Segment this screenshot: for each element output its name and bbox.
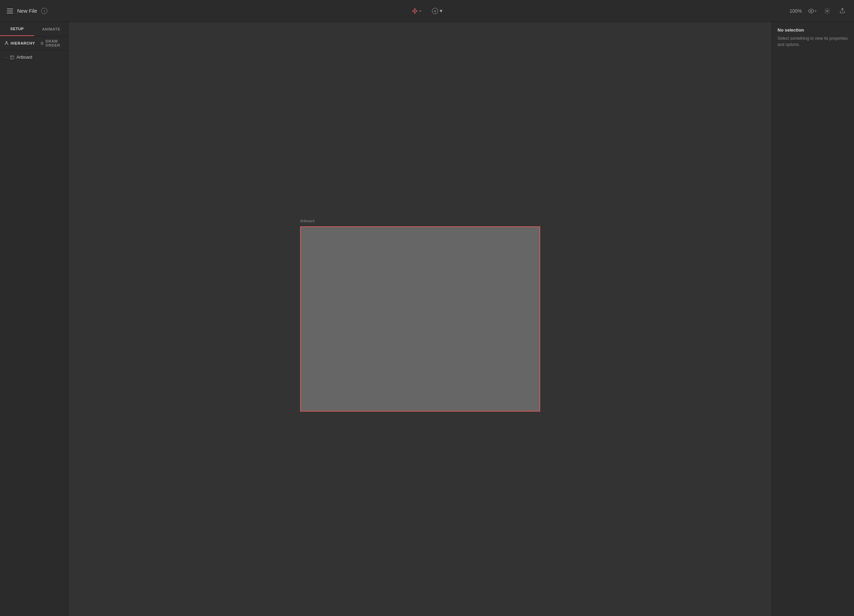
preview-button[interactable]: ▾ [807, 6, 817, 16]
main-area: SETUP ANIMATE HIERARCHY DRAW ORD [0, 22, 854, 616]
svg-point-2 [6, 41, 7, 43]
svg-point-0 [810, 10, 812, 12]
tab-setup[interactable]: SETUP [0, 22, 34, 36]
add-tool-chevron: ▾ [440, 8, 442, 14]
no-selection-title: No selection [778, 27, 848, 33]
svg-rect-3 [41, 42, 43, 43]
top-bar-left: New File i [7, 8, 47, 14]
no-selection-desc: Select something to view its properties … [778, 35, 848, 48]
share-button[interactable] [837, 6, 847, 16]
right-panel: No selection Select something to view it… [772, 22, 854, 616]
move-tool-button[interactable]: ▾ [409, 6, 424, 16]
toolbar-center: ▾ + ▾ [409, 6, 445, 16]
top-bar: New File i ▾ + ▾ 100% ▾ [0, 0, 854, 22]
layers-panel: — Artboard [0, 50, 68, 616]
eye-icon [808, 8, 814, 14]
preview-chevron: ▾ [815, 9, 817, 13]
artboard-layer-icon [10, 55, 14, 59]
menu-icon[interactable] [7, 9, 13, 14]
layer-expand-icon: — [4, 56, 8, 59]
settings-icon [824, 8, 830, 14]
svg-rect-4 [41, 43, 43, 44]
svg-rect-5 [41, 44, 43, 44]
draw-order-icon [40, 41, 44, 46]
zoom-level[interactable]: 100% [790, 8, 802, 14]
panel-tabs: HIERARCHY DRAW ORDER [0, 37, 68, 50]
artboard-container: Artboard [300, 226, 540, 412]
artboard-layer-label: Artboard [17, 55, 32, 59]
canvas-area[interactable]: Artboard [69, 22, 772, 616]
move-tool-chevron: ▾ [419, 9, 421, 13]
artboard[interactable] [300, 226, 540, 412]
hierarchy-icon [4, 41, 9, 46]
artboard-label: Artboard [300, 219, 314, 223]
svg-rect-6 [10, 56, 14, 59]
tab-draw-order[interactable]: DRAW ORDER [40, 39, 64, 47]
add-tool-button[interactable]: + ▾ [429, 6, 445, 16]
layer-item-artboard[interactable]: — Artboard [2, 53, 67, 61]
tab-animate[interactable]: ANIMATE [34, 22, 69, 36]
move-icon [412, 8, 418, 14]
add-circle-icon: + [432, 8, 438, 14]
sidebar-mode-tabs: SETUP ANIMATE [0, 22, 68, 37]
file-title: New File [17, 8, 37, 14]
settings-button[interactable] [822, 6, 832, 16]
share-icon [839, 8, 845, 14]
top-bar-right: 100% ▾ [790, 6, 847, 16]
info-icon[interactable]: i [41, 8, 47, 14]
left-sidebar: SETUP ANIMATE HIERARCHY DRAW ORD [0, 22, 69, 616]
svg-point-1 [827, 10, 828, 12]
tab-hierarchy[interactable]: HIERARCHY [4, 41, 35, 46]
